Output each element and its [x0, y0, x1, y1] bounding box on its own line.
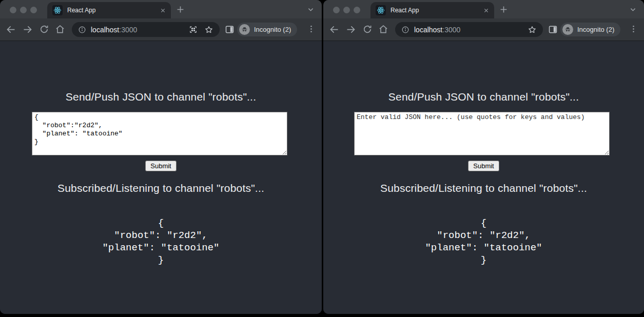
reload-icon[interactable]	[39, 24, 49, 34]
bookmark-star-icon[interactable]	[528, 25, 537, 34]
incognito-icon	[562, 24, 573, 35]
tab-search-chevron-icon[interactable]	[307, 6, 315, 13]
tab-close-icon[interactable]	[160, 8, 166, 13]
json-input[interactable]	[354, 112, 610, 155]
forward-icon[interactable]	[345, 24, 356, 35]
react-favicon-icon	[376, 5, 386, 15]
submit-button[interactable]: Submit	[145, 161, 176, 171]
listen-heading: Subscribed/Listening to channel "robots"…	[323, 182, 644, 194]
browser-window-right: React App localhost:3000	[323, 0, 644, 314]
browser-tab[interactable]: React App	[47, 2, 171, 18]
incognito-label: Incognito (2)	[254, 26, 291, 33]
back-icon[interactable]	[6, 24, 16, 35]
new-tab-icon[interactable]	[499, 5, 509, 14]
incognito-label: Incognito (2)	[577, 26, 614, 33]
window-zoom-button[interactable]	[354, 7, 360, 13]
browser-tab[interactable]: React App	[370, 2, 494, 18]
home-icon[interactable]	[378, 24, 388, 34]
tab-title: React App	[391, 7, 483, 14]
tab-title: React App	[67, 7, 160, 14]
window-minimize-button[interactable]	[343, 7, 350, 13]
submit-row: Submit	[0, 161, 322, 171]
window-controls[interactable]	[333, 7, 360, 13]
side-panel-icon[interactable]	[548, 25, 558, 34]
tab-search-chevron-icon[interactable]	[629, 6, 637, 13]
listen-heading: Subscribed/Listening to channel "robots"…	[0, 182, 322, 194]
url-text: localhost:3000	[91, 26, 137, 34]
page-content: Send/Push JSON to channel "robots"... Su…	[323, 41, 644, 314]
address-bar[interactable]: localhost:3000	[395, 22, 543, 37]
side-panel-icon[interactable]	[225, 25, 235, 34]
incognito-badge[interactable]: Incognito (2)	[560, 23, 620, 36]
url-port: :3000	[119, 26, 137, 34]
site-info-icon[interactable]	[401, 26, 409, 34]
window-zoom-button[interactable]	[30, 7, 37, 13]
window-close-button[interactable]	[333, 7, 340, 13]
send-heading: Send/Push JSON to channel "robots"...	[0, 91, 322, 103]
url-text: localhost:3000	[414, 26, 460, 34]
incognito-badge[interactable]: Incognito (2)	[237, 23, 297, 36]
url-host: localhost	[91, 26, 119, 34]
submit-button[interactable]: Submit	[468, 161, 499, 171]
browser-menu-icon[interactable]	[306, 24, 316, 34]
browser-menu-icon[interactable]	[629, 24, 638, 34]
tab-strip: React App	[323, 0, 644, 18]
browser-window-left: React App localhost:3000	[0, 0, 322, 314]
browser-toolbar: localhost:3000 Incognito (2)	[323, 18, 644, 41]
reload-icon[interactable]	[362, 24, 373, 34]
new-tab-icon[interactable]	[175, 5, 185, 14]
window-minimize-button[interactable]	[20, 7, 27, 13]
json-input[interactable]: { "robot":"r2d2", "planet": "tatooine" }	[32, 112, 287, 155]
window-close-button[interactable]	[10, 7, 16, 13]
browser-toolbar: localhost:3000 Incognito (2)	[0, 18, 322, 41]
url-host: localhost	[414, 26, 442, 34]
tab-strip: React App	[0, 0, 322, 18]
page-content: Send/Push JSON to channel "robots"... { …	[0, 41, 322, 314]
send-heading: Send/Push JSON to channel "robots"...	[323, 91, 644, 103]
received-json: { "robot": "r2d2", "planet": "tatooine" …	[323, 217, 644, 266]
window-controls[interactable]	[10, 7, 37, 13]
url-port: :3000	[442, 26, 460, 34]
home-icon[interactable]	[55, 24, 65, 34]
react-favicon-icon	[52, 5, 63, 15]
forward-icon[interactable]	[22, 24, 33, 35]
address-bar[interactable]: localhost:3000	[72, 22, 220, 37]
qr-code-icon[interactable]	[189, 25, 198, 34]
bookmark-star-icon[interactable]	[204, 25, 213, 34]
back-icon[interactable]	[329, 24, 340, 35]
submit-row: Submit	[323, 161, 644, 171]
received-json: { "robot": "r2d2", "planet": "tatooine" …	[0, 217, 322, 266]
site-info-icon[interactable]	[78, 26, 86, 34]
tab-close-icon[interactable]	[483, 8, 489, 13]
incognito-icon	[239, 24, 250, 35]
